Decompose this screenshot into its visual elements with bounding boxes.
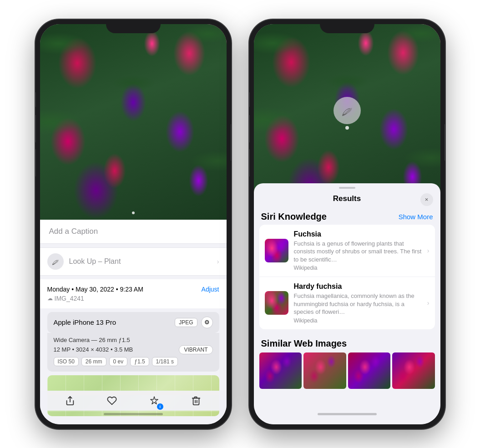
siri-knowledge-header: Siri Knowledge Show More [254,207,440,225]
camera-block: Apple iPhone 13 Pro JPEG ⚙ [47,312,219,333]
fuchsia-text: Fuchsia Fuchsia is a genus of flowering … [294,230,422,272]
hardy-fuchsia-chevron-icon: › [427,299,429,307]
cloud-icon: ☁ [47,295,53,302]
leaf-icon [51,257,60,266]
filename-row: ☁ IMG_4241 [47,295,219,302]
lookup-row[interactable]: Look Up – Plant › [40,247,227,276]
fuchsia-source: Wikipedia [294,265,422,271]
fuchsia-description: Fuchsia is a genus of flowering plants t… [294,240,422,264]
photo-page-indicator [132,211,135,214]
hardy-fuchsia-name: Hardy fuchsia [294,282,422,291]
format-badge: JPEG [175,318,197,327]
similar-title: Similar Web Images [254,336,440,352]
similar-image-2[interactable] [303,352,346,389]
favorite-button[interactable] [102,391,122,411]
home-indicator [104,413,163,415]
info-badge: i [157,403,163,410]
photo-toolbar: i [40,391,227,411]
lookup-chevron-icon: › [217,258,219,265]
leaf-overlay [40,24,227,220]
share-button[interactable] [60,391,80,411]
info-badge-icon: i [159,404,161,409]
trash-icon [191,396,201,406]
iso-value: ISO 50 [54,357,79,366]
left-phone: Add a Caption Look Up – Plant [35,20,231,429]
shutter-value: 1/181 s [152,357,178,366]
similar-section: Similar Web Images [254,333,440,392]
info-button[interactable]: i [144,391,164,411]
siri-leaf-icon [341,104,354,117]
hardy-fuchsia-source: Wikipedia [294,317,422,324]
fuchsia-name: Fuchsia [294,230,422,238]
share-icon [65,396,75,406]
metadata-block: Monday • May 30, 2022 • 9:23 AM Adjust ☁… [40,279,227,308]
knowledge-item-fuchsia[interactable]: Fuchsia Fuchsia is a genus of flowering … [259,225,435,277]
sim-flower-4 [392,352,435,389]
sim-flower-3 [348,352,391,389]
camera-name: Apple iPhone 13 Pro [54,318,116,326]
fuchsia-thumbnail [265,239,288,262]
photo-date: Monday • May 30, 2022 • 9:23 AM [47,286,143,293]
show-more-button[interactable]: Show More [399,213,433,221]
right-home-indicator [318,413,377,415]
lookup-icon [47,253,64,270]
exif-row: ISO 50 26 mm 0 ev ƒ1.5 1/181 s [54,357,213,368]
panel-header: Results × [254,189,440,207]
right-mute-button [249,92,250,107]
similar-image-4[interactable] [392,352,435,389]
hardy-fuchsia-description: Fuchsia magellanica, commonly known as t… [294,292,422,316]
delete-button[interactable] [186,391,206,411]
similar-images-row [254,352,440,389]
heart-icon [107,396,117,406]
close-icon: × [425,196,429,203]
resolution-info: 12 MP • 3024 × 4032 • 3.5 MB [54,346,133,353]
hardy-fuchsia-text: Hardy fuchsia Fuchsia magellanica, commo… [294,282,422,324]
camera-details: Wide Camera — 26 mm ƒ1.5 12 MP • 3024 × … [47,333,219,372]
mute-button [35,92,36,107]
siri-dot [345,126,349,130]
results-panel: Results × Siri Knowledge Show More [254,183,440,424]
similar-image-3[interactable] [348,352,391,389]
camera-badges: JPEG ⚙ [175,317,212,328]
aperture-value: ƒ1.5 [130,357,149,366]
lookup-label: Look Up – Plant [69,257,121,266]
panel-title: Results [333,194,361,203]
lens-info: Wide Camera — 26 mm ƒ1.5 [54,337,213,343]
gear-icon[interactable]: ⚙ [201,317,213,328]
siri-visual-button[interactable] [333,97,361,124]
fuchsia-chevron-icon: › [427,247,429,254]
siri-knowledge-title: Siri Knowledge [261,211,327,222]
right-phone-screen: Results × Siri Knowledge Show More [254,24,440,424]
ev-value: 0 ev [109,357,128,366]
similar-image-1[interactable] [259,352,302,389]
knowledge-item-hardy-fuchsia[interactable]: Hardy fuchsia Fuchsia magellanica, commo… [259,277,435,329]
right-phone: Results × Siri Knowledge Show More [249,20,445,429]
flower-photo [40,24,227,220]
right-power-button [445,124,445,161]
right-volume-down-button [249,149,250,176]
right-volume-up-button [249,115,250,142]
volume-up-button [35,115,36,142]
hardy-fuchsia-thumbnail [265,291,288,315]
hardy-fuchsia-thumb-flowers [265,291,288,315]
sim-flower-1 [259,352,302,389]
adjust-button[interactable]: Adjust [202,286,219,293]
close-button[interactable]: × [420,193,433,206]
fuchsia-thumb-flowers [265,239,288,262]
caption-placeholder: Add a Caption [49,227,98,236]
caption-area[interactable]: Add a Caption [40,220,227,244]
volume-down-button [35,149,36,176]
knowledge-card: Fuchsia Fuchsia is a genus of flowering … [259,225,435,329]
power-button [231,124,231,161]
focal-value: 26 mm [81,357,106,366]
style-badge: VIBRANT [179,345,212,354]
filename: IMG_4241 [55,295,84,302]
left-phone-screen: Add a Caption Look Up – Plant [40,24,227,424]
sim-flower-2 [303,352,346,389]
